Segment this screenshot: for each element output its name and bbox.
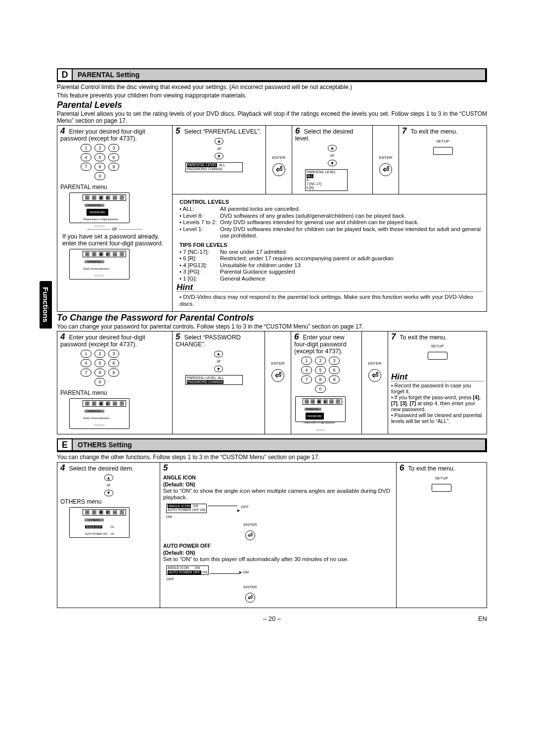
up-button-icon: ▲ [215, 138, 223, 144]
step-number: 4 [60, 128, 67, 135]
key-6: 6 [108, 359, 119, 367]
parental-levels-head: Parental Levels [57, 100, 487, 110]
step-number: 6 [400, 465, 406, 472]
key-2: 2 [315, 357, 326, 365]
down-button-icon: ▼ [328, 160, 337, 166]
enter-button-icon: ⏎ [271, 369, 284, 382]
enter-button-icon: ⏎ [379, 163, 392, 176]
key-0: 0 [94, 378, 105, 386]
tip-k: • 3 [PG]: [179, 269, 220, 276]
parental-menu-label: PARENTAL menu [60, 184, 169, 190]
tv-parental-tab-4: PARENTAL [305, 408, 321, 411]
step-number: 6 [294, 333, 301, 340]
oth-step6: 6 To exit the menu. [400, 465, 484, 472]
d-on4: ON [195, 566, 200, 569]
key-5: 5 [94, 153, 105, 161]
setup-button-icon [428, 352, 447, 360]
others-menu-label: OTHERS menu [60, 498, 157, 505]
key-1: 1 [301, 357, 312, 365]
cl-k: • Level 1: [179, 226, 220, 239]
tv-curprompt: Enter current password. [84, 265, 129, 272]
step4-text: Enter your desired four-digit password (… [60, 128, 145, 142]
auto-power-diagram: ANGLE ICON ON AUTO POWER OFF ON ▶ ON OFF… [166, 566, 334, 605]
key-4: 4 [81, 359, 91, 367]
intro-d-l1: Parental Control limits the disc viewing… [57, 84, 487, 91]
cp-step4: 4 Enter your desired four-digit password… [60, 333, 169, 348]
d-apo: AUTO POWER OFF [168, 508, 199, 512]
key-4: 4 [81, 153, 91, 161]
remote-keypad: 123 456 789 0 [298, 357, 343, 394]
setup-label: SETUP [402, 138, 484, 145]
tv-password-tab-2: PASSWORD [306, 413, 324, 420]
d-on5: ON [202, 570, 208, 574]
tv-ai-v: ON [109, 523, 116, 530]
step5-text: Select “PARENTAL LEVEL”. [184, 128, 261, 135]
pl-step5: 5 Select “PARENTAL LEVEL”. [176, 128, 263, 135]
tips-head: TIPS FOR LEVELS [179, 241, 483, 248]
key-0: 0 [315, 385, 326, 393]
or-label: or [60, 481, 157, 488]
hint1-head: Hint [177, 284, 483, 292]
tv-boxes-2: □ □ □ □ [70, 272, 129, 279]
tip-v: No one under 17 admitted [220, 249, 483, 256]
parental-menu-label: PARENTAL menu [60, 389, 169, 396]
remote-keypad: 123 456 789 0 [75, 350, 125, 387]
tip-k: • 7 [NC-17]: [179, 249, 220, 256]
d-off: OFF [241, 505, 249, 509]
tip-v: Unsuitable for children under 13 [220, 262, 483, 269]
angle-icon-default: (Default: ON) [163, 481, 195, 487]
osd-password-change: PARENTAL LEVEL ALL PASSWORD CHANGE [185, 375, 243, 385]
section-e-bar: E OTHERS Setting [57, 438, 487, 452]
tv-others-tab: OTHERS [85, 519, 104, 521]
angle-icon-head: ANGLE ICON [163, 474, 196, 480]
step-number: 4 [60, 333, 67, 340]
key-7: 7 [301, 376, 312, 383]
osd-nc17: 7 [NC-17] [307, 182, 321, 186]
key-9: 9 [329, 376, 340, 383]
intro-e: You can change the other functions. Foll… [57, 454, 487, 461]
tv-boxes-4: □ □ □ □ [296, 426, 345, 433]
key-3: 3 [108, 350, 119, 358]
tv-prompt-2: Please enter a 4-digit password. [304, 420, 345, 426]
section-d-bar: D PARENTAL Setting [57, 68, 487, 82]
tip-k: • 4 [PG13]: [179, 262, 220, 269]
osd-val: ALL [218, 376, 224, 379]
tv-menu-parental-cp6: ☺◎▣◐▭⋮ PARENTAL PASSWORD Please enter a … [295, 396, 346, 422]
osd-row-sel: PASSWORD CHANGE [187, 380, 223, 384]
auto-power-body: Set to “ON” to turn this player off auto… [163, 556, 393, 563]
sidebar-tab-functions: Functions [40, 281, 52, 329]
auto-power-default: (Default: ON) [163, 550, 195, 556]
cp-step4-text: Enter your desired four-digit password (… [60, 334, 145, 348]
cp-step6: 6 Enter your new four-digit password (ex… [294, 333, 358, 355]
cl-v: All parental locks are cancelled. [220, 206, 483, 213]
section-e-letter: E [58, 439, 73, 450]
enter-label: ENTER [243, 522, 257, 527]
step6-text: Select the desired level. [295, 128, 354, 142]
osd-parental-level: PARENTAL LEVEL ALL PASSWORD CHANGE [185, 162, 243, 172]
or-label: or [176, 358, 262, 365]
key-2: 2 [94, 144, 105, 152]
key-6: 6 [329, 366, 340, 374]
tv-parental-tab: PARENTAL [85, 204, 104, 207]
key-8: 8 [94, 369, 105, 377]
setup-button-icon [433, 147, 453, 155]
tv-menu-parental-cp: ☺◎▣◐▭⋮ PARENTAL Enter current password. … [69, 398, 130, 429]
enter-label: ENTER [365, 360, 385, 367]
step-number: 5 [163, 465, 170, 472]
setup-label: SETUP [391, 343, 484, 350]
up-button-icon: ▲ [104, 474, 113, 481]
oth-step6-text: To exit the menu. [408, 465, 455, 472]
tv-menu-parental: ☺◎▣◐▭⋮ PARENTAL PASSWORD Please enter a … [69, 192, 130, 223]
key-9: 9 [108, 369, 119, 377]
cl-v: Only DVD softwares intended for children… [220, 226, 483, 239]
step7-text: To exit the menu. [410, 128, 457, 135]
down-button-icon: ▼ [214, 366, 223, 372]
key-5: 5 [315, 366, 326, 374]
tv-boxes-3: □ □ □ □ [70, 422, 129, 428]
change-pw-intro: You can change your password for parenta… [57, 323, 487, 330]
osd-all: ALL [307, 174, 313, 178]
down-button-icon: ▼ [104, 490, 113, 496]
tv-ap: AUTO POWER OFF [84, 530, 109, 537]
cl-k: • Levels 7 to 2: [179, 219, 220, 226]
d-off2: OFF [166, 577, 174, 581]
